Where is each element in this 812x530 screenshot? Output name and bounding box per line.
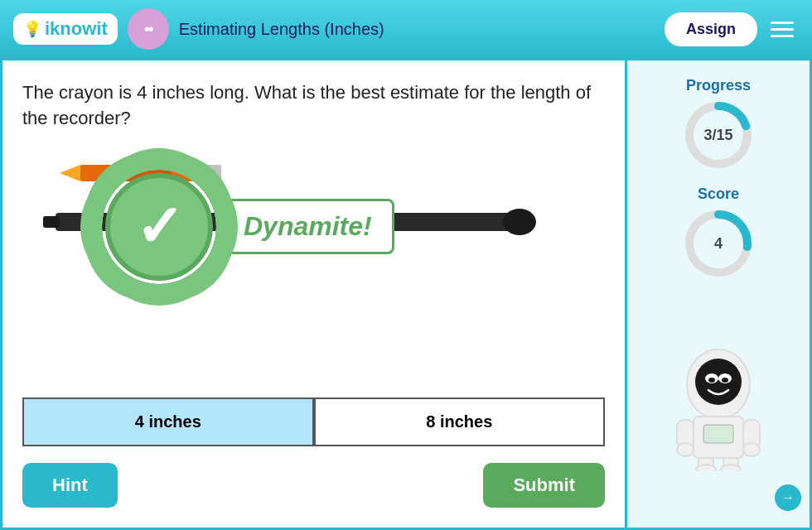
score-value: 4 — [714, 235, 723, 253]
svg-rect-6 — [43, 216, 60, 228]
mascot-robot — [669, 339, 768, 471]
menu-bar-1 — [771, 22, 794, 24]
menu-bar-2 — [771, 28, 794, 31]
page-title: Estimating Lengths (Inches) — [179, 20, 655, 39]
svg-rect-23 — [703, 425, 733, 443]
svg-point-5 — [503, 209, 536, 235]
main-layout: The crayon is 4 inches long. What is the… — [0, 58, 812, 530]
svg-point-31 — [721, 465, 741, 471]
score-section: Score 4 — [681, 186, 756, 281]
header-actions: Assign — [665, 12, 799, 46]
svg-point-30 — [696, 465, 716, 471]
menu-button[interactable] — [766, 17, 799, 42]
svg-marker-1 — [60, 165, 80, 181]
feedback-overlay: ✓ Dynamite! — [105, 173, 394, 281]
check-badge: ✓ — [105, 173, 213, 281]
sidebar: Progress 3/15 Score 4 — [627, 60, 810, 528]
avatar: •• — [128, 8, 169, 50]
action-buttons: Hint Submit — [22, 463, 605, 508]
feedback-message: Dynamite! — [221, 199, 394, 254]
assign-button[interactable]: Assign — [665, 12, 757, 46]
header: 💡 iknowit •• Estimating Lengths (Inches)… — [0, 0, 812, 58]
image-area: ✓ Dynamite! — [22, 148, 605, 281]
mascot-area — [669, 294, 768, 471]
svg-point-27 — [743, 443, 760, 456]
question-text: The crayon is 4 inches long. What is the… — [22, 80, 605, 132]
logo: 💡 iknowit — [13, 13, 118, 45]
submit-button[interactable]: Submit — [483, 463, 605, 508]
svg-point-20 — [708, 378, 715, 383]
nav-arrow-button[interactable]: → — [775, 484, 801, 511]
logo-text: iknowit — [45, 18, 108, 40]
logo-icon: 💡 — [23, 20, 41, 38]
progress-section: Progress 3/15 — [681, 77, 756, 172]
answer-button-1[interactable]: 4 inches — [22, 398, 314, 446]
svg-point-17 — [695, 359, 742, 405]
answer-choices: 4 inches 8 inches — [22, 398, 605, 446]
progress-value: 3/15 — [703, 127, 732, 144]
progress-donut: 3/15 — [681, 98, 756, 172]
score-title: Score — [698, 186, 739, 203]
score-donut: 4 — [681, 206, 756, 281]
content-area: The crayon is 4 inches long. What is the… — [2, 60, 627, 528]
svg-point-26 — [677, 443, 694, 456]
checkmark-icon: ✓ — [135, 198, 184, 256]
svg-point-21 — [722, 378, 728, 383]
hint-button[interactable]: Hint — [22, 463, 118, 508]
progress-title: Progress — [686, 77, 751, 94]
menu-bar-3 — [771, 35, 794, 37]
answer-button-2[interactable]: 8 inches — [314, 398, 606, 446]
